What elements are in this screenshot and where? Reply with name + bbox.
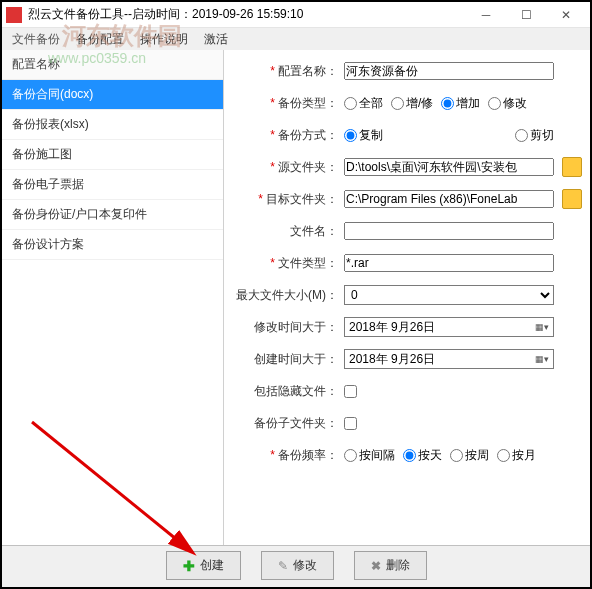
- bottom-bar: ✚创建 ✎修改 ✖删除: [2, 545, 590, 585]
- src-folder-input[interactable]: [344, 158, 554, 176]
- label-create-after: 创建时间大于：: [254, 352, 338, 366]
- browse-dst-icon[interactable]: [562, 189, 582, 209]
- label-subfolders: 备份子文件夹：: [254, 416, 338, 430]
- plus-icon: ✚: [183, 558, 195, 574]
- title-bar: 烈云文件备份工具--启动时间：2019-09-26 15:59:10 ─ ☐ ✕: [2, 2, 590, 28]
- dst-folder-input[interactable]: [344, 190, 554, 208]
- delete-button[interactable]: ✖删除: [354, 551, 427, 580]
- browse-src-icon[interactable]: [562, 157, 582, 177]
- sidebar-item[interactable]: 备份施工图: [2, 140, 223, 170]
- radio-type-all[interactable]: [344, 97, 357, 110]
- mod-after-date[interactable]: 2018年 9月26日▦▾: [344, 317, 554, 337]
- radio-type-add[interactable]: [441, 97, 454, 110]
- max-size-select[interactable]: 0: [344, 285, 554, 305]
- label-freq: 备份频率：: [278, 448, 338, 462]
- radio-type-mod[interactable]: [488, 97, 501, 110]
- modify-button[interactable]: ✎修改: [261, 551, 334, 580]
- subfolders-checkbox[interactable]: [344, 417, 357, 430]
- menu-activate[interactable]: 激活: [196, 28, 236, 51]
- calendar-icon: ▦▾: [535, 354, 549, 364]
- radio-freq-month[interactable]: [497, 449, 510, 462]
- maximize-button[interactable]: ☐: [506, 3, 546, 27]
- label-file-type: 文件类型：: [278, 256, 338, 270]
- app-icon: [6, 7, 22, 23]
- label-mod-after: 修改时间大于：: [254, 320, 338, 334]
- file-name-input[interactable]: [344, 222, 554, 240]
- sidebar-item[interactable]: 备份身份证/户口本复印件: [2, 200, 223, 230]
- pencil-icon: ✎: [278, 559, 288, 573]
- calendar-icon: ▦▾: [535, 322, 549, 332]
- menu-bar: 文件备份 备份配置 操作说明 激活: [2, 28, 590, 50]
- menu-backup-config[interactable]: 备份配置: [68, 28, 132, 51]
- tab-file-backup[interactable]: 文件备份: [4, 28, 68, 51]
- sidebar-item[interactable]: 备份设计方案: [2, 230, 223, 260]
- include-hidden-checkbox[interactable]: [344, 385, 357, 398]
- sidebar-item[interactable]: 备份电子票据: [2, 170, 223, 200]
- form-panel: *配置名称： *备份类型： 全部 增/修 增加 修改 *备份方式： 复制 剪切: [224, 50, 590, 545]
- sidebar: 配置名称 备份合同(docx) 备份报表(xlsx) 备份施工图 备份电子票据 …: [2, 50, 224, 545]
- label-max-size: 最大文件大小(M)：: [236, 288, 338, 302]
- label-src-folder: 源文件夹：: [278, 160, 338, 174]
- radio-mode-copy[interactable]: [344, 129, 357, 142]
- label-backup-mode: 备份方式：: [278, 128, 338, 142]
- label-config-name: 配置名称：: [278, 64, 338, 78]
- cross-icon: ✖: [371, 559, 381, 573]
- close-button[interactable]: ✕: [546, 3, 586, 27]
- radio-mode-cut[interactable]: [515, 129, 528, 142]
- radio-type-addmod[interactable]: [391, 97, 404, 110]
- file-type-input[interactable]: [344, 254, 554, 272]
- create-after-date[interactable]: 2018年 9月26日▦▾: [344, 349, 554, 369]
- sidebar-header: 配置名称: [2, 50, 223, 80]
- config-name-input[interactable]: [344, 62, 554, 80]
- window-title: 烈云文件备份工具--启动时间：2019-09-26 15:59:10: [28, 6, 466, 23]
- radio-freq-day[interactable]: [403, 449, 416, 462]
- sidebar-item[interactable]: 备份合同(docx): [2, 80, 223, 110]
- minimize-button[interactable]: ─: [466, 3, 506, 27]
- radio-freq-interval[interactable]: [344, 449, 357, 462]
- sidebar-item[interactable]: 备份报表(xlsx): [2, 110, 223, 140]
- radio-freq-week[interactable]: [450, 449, 463, 462]
- create-button[interactable]: ✚创建: [166, 551, 241, 580]
- label-include-hidden: 包括隐藏文件：: [254, 384, 338, 398]
- label-file-name: 文件名：: [290, 224, 338, 238]
- menu-instructions[interactable]: 操作说明: [132, 28, 196, 51]
- label-backup-type: 备份类型：: [278, 96, 338, 110]
- label-dst-folder: 目标文件夹：: [266, 192, 338, 206]
